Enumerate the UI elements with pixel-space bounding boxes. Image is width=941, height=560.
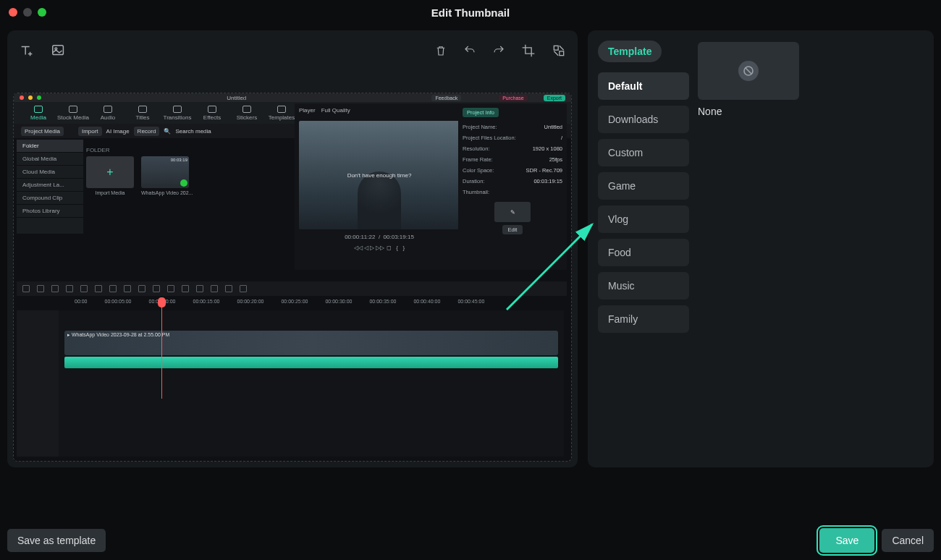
template-pane: Template Default Downloads Custom Game V… (588, 30, 934, 467)
editor-screenshot: Untitled Feedback Purchase Export Media … (13, 93, 572, 462)
category-game[interactable]: Game (598, 172, 689, 200)
category-vlog[interactable]: Vlog (598, 205, 689, 233)
template-none[interactable] (698, 42, 799, 100)
category-food[interactable]: Food (598, 239, 689, 266)
effects-icon[interactable] (552, 43, 566, 58)
timeline-toolbar (17, 281, 567, 296)
delete-icon[interactable] (434, 44, 447, 57)
timeline-tracks: ▸ WhatsApp Video 2023-09-28 at 2.55.00 P… (17, 310, 564, 457)
crop-icon[interactable] (521, 43, 536, 58)
category-custom[interactable]: Custom (598, 139, 689, 166)
svg-rect-2 (554, 46, 558, 50)
template-tab[interactable]: Template (598, 41, 662, 62)
svg-rect-0 (53, 46, 64, 55)
redo-icon[interactable] (492, 44, 505, 57)
feedback-button: Feedback (431, 95, 461, 101)
import-media-tile: + (86, 156, 134, 188)
category-default[interactable]: Default (598, 72, 689, 100)
category-downloads[interactable]: Downloads (598, 106, 689, 133)
cancel-button[interactable]: Cancel (882, 529, 934, 552)
none-icon (738, 61, 759, 81)
svg-rect-3 (560, 51, 564, 56)
undo-icon[interactable] (463, 44, 476, 57)
add-image-icon[interactable] (51, 43, 67, 59)
add-text-icon[interactable] (19, 43, 35, 59)
category-music[interactable]: Music (598, 272, 689, 300)
import-button: Import (78, 127, 102, 136)
player-panel: PlayerFull Quality Don't have enough tim… (295, 103, 464, 270)
purchase-button: Purchase (499, 95, 528, 101)
save-button[interactable]: Save (819, 528, 874, 553)
audio-track (64, 357, 558, 368)
window-title: Edit Thumbnail (0, 7, 941, 19)
project-info-panel: Project Info Project Name:Untitled Proje… (458, 103, 567, 270)
folder-label: FOLDER (86, 147, 289, 153)
export-button: Export (544, 95, 565, 101)
project-media-chip: Project Media (21, 127, 64, 136)
ai-image-button: AI Image (106, 128, 130, 135)
edit-thumbnail-button: Edit (502, 225, 523, 234)
record-button: Record (134, 127, 160, 136)
editor-sidebar: Folder Global Media Cloud Media Adjustme… (17, 140, 83, 234)
none-label: None (698, 106, 922, 117)
media-clip-thumb: 00:03:19 (141, 156, 189, 188)
search-placeholder: Search media (175, 128, 211, 135)
doc-title: Untitled (46, 95, 427, 101)
timeline-ruler: 00:0000:00:05:0000:00:10:0000:00:15:0000… (62, 299, 564, 309)
video-clip: ▸ WhatsApp Video 2023-09-28 at 2.55.00 P… (64, 331, 558, 355)
save-as-template-button[interactable]: Save as template (7, 529, 106, 552)
editor-pane: Untitled Feedback Purchase Export Media … (7, 30, 578, 467)
category-family[interactable]: Family (598, 305, 689, 333)
playhead-icon (161, 297, 162, 399)
